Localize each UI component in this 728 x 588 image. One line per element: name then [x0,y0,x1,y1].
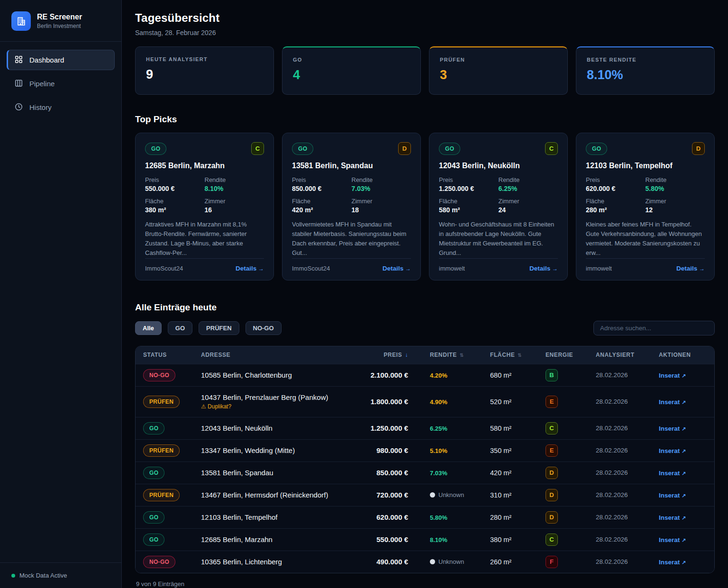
energy-badge: C [546,534,558,546]
table-row: PRÜFEN13347 Berlin, Wedding (Mitte)980.0… [136,439,714,461]
yield-value: 8.10% [430,536,447,543]
external-link-icon: ↗ [682,560,686,565]
area-cell: 280 m² [482,514,538,521]
status-badge: GO [292,143,313,155]
table-row: NO-GO10585 Berlin, Charlottenburg2.100.0… [136,364,714,386]
filter-button-prüfen[interactable]: PRÜFEN [199,321,239,335]
metric-value: 1.250.000 € [439,185,499,192]
pick-source: immowelt [439,265,465,272]
analyzed-date-cell: 28.02.2026 [588,558,651,565]
pick-badges: GOC [439,142,558,155]
actions-cell: Inserat ↗ [651,371,714,380]
details-link[interactable]: Details → [529,265,558,272]
metric-label: Zimmer [205,198,264,205]
listing-link[interactable]: Inserat ↗ [659,372,686,379]
grade-badge: C [545,142,558,155]
top-pick-card: GOD12103 Berlin, TempelhofPreis620.000 €… [576,133,715,280]
details-link[interactable]: Details → [676,265,705,272]
sidebar-nav: DashboardPipelineHistory [0,42,121,126]
table-footer-count: 9 von 9 Einträgen [135,573,715,588]
status-badge: GO [439,143,460,155]
yield-value: 7.03% [430,470,447,477]
arrow-right-icon: → [552,265,558,272]
stat-value: 4 [293,68,410,82]
filter-button-alle[interactable]: Alle [135,321,162,335]
table-row: GO12103 Berlin, Tempelhof620.000 €5.80%2… [136,506,714,528]
pick-metric: Rendite6.25% [499,176,558,192]
pick-metric: Zimmer16 [205,198,264,214]
pick-metric: Rendite8.10% [205,176,264,192]
pick-footer: ImmoScout24Details → [145,258,264,272]
energy-badge: D [546,511,558,524]
address-text: 12043 Berlin, Neukölln [201,424,335,432]
pick-metric: Preis620.000 € [586,176,646,192]
status-badge: GO [143,511,164,524]
status-badge: GO [145,143,166,155]
listing-link[interactable]: Inserat ↗ [659,447,686,454]
energy-cell: D [538,511,588,524]
listing-link[interactable]: Inserat ↗ [659,425,686,432]
status-cell: GO [136,422,193,434]
pick-description: Wohn- und Geschäftshaus mit 8 Einheiten … [439,220,558,258]
metric-value: 6.25% [499,185,558,192]
energy-cell: B [538,369,588,381]
grade-badge: D [398,142,411,155]
external-link-icon: ↗ [682,373,686,379]
listing-link[interactable]: Inserat ↗ [659,514,686,521]
metric-label: Fläche [439,198,499,205]
yield-value: 4.20% [430,372,447,379]
details-link[interactable]: Details → [382,265,411,272]
pick-source: ImmoScout24 [292,265,330,272]
metric-value: 5.80% [646,185,705,192]
actions-cell: Inserat ↗ [651,513,714,522]
top-picks-title: Top Picks [135,114,715,125]
filter-button-no-go[interactable]: NO-GO [246,321,282,335]
column-header-rendite[interactable]: RENDITE⇅ [422,352,482,358]
status-cell: GO [136,467,193,479]
column-header-adresse: ADRESSE [193,352,343,358]
external-link-icon: ↗ [682,515,686,521]
energy-badge: C [546,422,558,434]
listing-link[interactable]: Inserat ↗ [659,470,686,477]
pick-metrics: Preis850.000 €Rendite7.03%Fläche420 m²Zi… [292,176,411,214]
status-cell: GO [136,511,193,524]
metric-label: Preis [439,176,499,183]
metric-label: Zimmer [499,198,558,205]
metric-label: Preis [292,176,352,183]
metric-value: 380 m² [145,206,205,214]
listing-link[interactable]: Inserat ↗ [659,559,686,566]
pick-title: 13581 Berlin, Spandau [292,162,411,170]
pick-metric: Fläche420 m² [292,198,352,214]
unknown-dot-icon [430,559,435,564]
address-text: 10585 Berlin, Charlottenburg [201,371,335,379]
address-cell: 12043 Berlin, Neukölln [193,424,343,432]
sidebar-item-history[interactable]: History [7,97,115,118]
listing-link[interactable]: Inserat ↗ [659,536,686,543]
sidebar-item-dashboard[interactable]: Dashboard [7,50,115,70]
listing-link[interactable]: Inserat ↗ [659,492,686,499]
pick-source: ImmoScout24 [145,265,183,272]
filter-button-go[interactable]: GO [168,321,192,335]
stat-card: PRÜFEN3 [429,46,568,95]
yield-cell: 4.90% [422,398,482,406]
address-text: 10365 Berlin, Lichtenberg [201,558,335,566]
yield-cell: 5.10% [422,446,482,455]
analyzed-date-cell: 28.02.2026 [588,536,651,543]
pick-metric: Zimmer24 [499,198,558,214]
top-picks-row: GOC12685 Berlin, MarzahnPreis550.000 €Re… [135,133,715,280]
column-header-analysiert: ANALYSIERT [588,352,651,358]
details-link[interactable]: Details → [236,265,264,272]
metric-value: 280 m² [586,206,646,214]
external-link-icon: ↗ [682,448,686,454]
metric-label: Fläche [292,198,352,205]
column-header-fläche[interactable]: FLÄCHE⇅ [482,352,538,358]
grade-badge: D [692,142,705,155]
sidebar-item-pipeline[interactable]: Pipeline [7,73,115,94]
column-header-preis[interactable]: PREIS↓ [343,352,422,358]
search-input[interactable] [593,321,715,335]
address-cell: 10365 Berlin, Lichtenberg [193,558,343,566]
area-cell: 350 m² [482,447,538,454]
energy-badge: F [546,556,558,568]
actions-cell: Inserat ↗ [651,424,714,433]
listing-link[interactable]: Inserat ↗ [659,398,686,406]
